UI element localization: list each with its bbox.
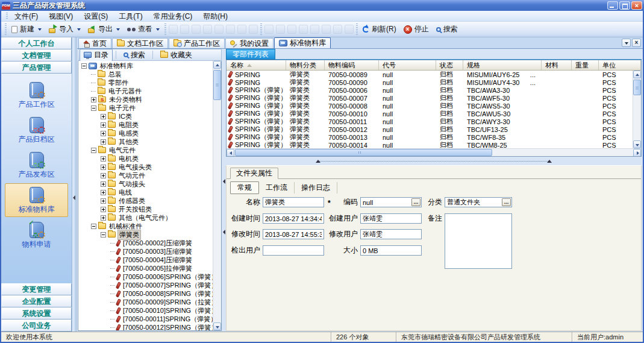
tab-list-dropdown-button[interactable]	[622, 39, 631, 47]
tree-item[interactable]: 电子元件	[78, 104, 213, 112]
sidebar-section-header[interactable]: 系统设置	[1, 307, 72, 319]
tree-item[interactable]: 零部件	[78, 78, 213, 87]
column-header-单位[interactable]: 单位	[599, 60, 641, 70]
tab-标准物料库[interactable]: 标准物料库	[274, 37, 331, 48]
tree-item[interactable]: 电气接头类	[78, 163, 213, 171]
column-header-物料编码[interactable]: 物料编码	[325, 60, 379, 70]
minimize-button[interactable]	[607, 1, 618, 10]
tab-我的设置[interactable]: 我的设置	[225, 38, 274, 48]
sidebar-item-产品归档区[interactable]: 产品归档区	[5, 113, 68, 147]
tree-item[interactable]: [70050-00008]SPRING（弹簧）	[78, 289, 213, 298]
export-button[interactable]: 导出	[84, 23, 123, 36]
import-button[interactable]: 导入	[45, 23, 84, 36]
column-header-名称[interactable]: 名称	[227, 60, 286, 70]
tree-scrollbar[interactable]	[213, 61, 221, 330]
sidebar-section-header[interactable]: 文档管理	[1, 49, 72, 61]
scroll-right-icon[interactable]	[633, 149, 641, 157]
tree-item[interactable]: 其他类	[78, 137, 213, 146]
tree-item[interactable]: [70050-00002]压缩弹簧	[78, 239, 213, 247]
tree-expand-icon[interactable]	[101, 173, 106, 178]
column-header-状态[interactable]: 状态	[436, 60, 463, 70]
tree-expand-icon[interactable]	[101, 215, 106, 221]
tab-文档工作区[interactable]: 文档工作区	[112, 38, 168, 48]
tree-expand-icon[interactable]	[101, 156, 106, 162]
size-field[interactable]	[360, 245, 422, 256]
sidebar-item-产品工作区[interactable]: 产品工作区	[5, 78, 68, 112]
tree-item[interactable]: [70050-00005]拉伸弹簧	[78, 264, 213, 272]
tab-首页[interactable]: 首页	[78, 38, 111, 48]
view-button[interactable]: 查看	[123, 23, 163, 36]
tree-item[interactable]: [70050-00010]SPRING（弹簧）	[78, 306, 213, 315]
tree-item[interactable]: 电感类	[78, 129, 213, 137]
scroll-left-icon[interactable]	[227, 149, 234, 157]
tree-toolbar-搜索-button[interactable]: 搜索	[119, 49, 149, 61]
sidebar-section-header[interactable]: 变更管理	[1, 283, 72, 295]
menu-item[interactable]: 帮助(H)	[198, 11, 233, 22]
tree-item[interactable]: 电阻类	[78, 121, 213, 129]
tree-item[interactable]: 传感器类	[78, 197, 213, 205]
column-header-规格[interactable]: 规格	[463, 60, 542, 70]
search-button[interactable]: 搜索	[433, 23, 461, 36]
tab-close-button[interactable]	[632, 39, 641, 47]
remark-field[interactable]	[445, 213, 512, 269]
tree-toolbar-收藏夹-button[interactable]: 收藏夹	[156, 49, 196, 61]
tree-item[interactable]: 电机类	[78, 154, 213, 163]
sidebar-section-header[interactable]: 公司业务	[1, 319, 72, 332]
name-field[interactable]	[263, 197, 324, 207]
tree-item[interactable]: 气动接头	[78, 180, 213, 188]
sidebar-splitter[interactable]	[72, 37, 77, 332]
tree-expand-icon[interactable]	[101, 131, 106, 136]
tree-collapse-icon[interactable]	[81, 63, 87, 69]
table-hscrollbar[interactable]	[227, 148, 641, 156]
tree-expand-icon[interactable]	[101, 198, 106, 204]
tree-item[interactable]: [70050-00006]SPRING（弹簧）	[78, 272, 213, 281]
scroll-down-icon[interactable]	[213, 323, 221, 330]
tree-expand-icon[interactable]	[101, 190, 106, 195]
sidebar-section-header[interactable]: 产品管理	[1, 61, 72, 74]
tab-folder-properties[interactable]: 文件夹属性	[230, 168, 278, 179]
column-header-物料分类[interactable]: 物料分类	[286, 60, 325, 70]
modified-time-field[interactable]	[263, 229, 324, 239]
tree-item[interactable]: 开关按钮类	[78, 205, 213, 213]
tree-collapse-icon[interactable]	[101, 232, 106, 238]
tree-item[interactable]: IC类	[78, 112, 213, 121]
menu-item[interactable]: 常用业务(C)	[148, 11, 198, 22]
tree-item[interactable]: [70050-00012]SPRING（弹簧）	[78, 323, 213, 330]
tab-产品工作区[interactable]: 产品工作区	[169, 38, 225, 48]
subtab-常规[interactable]: 常规	[230, 181, 259, 194]
table-vscrollbar[interactable]	[633, 71, 641, 148]
refresh-button[interactable]: 刷新(R)	[359, 23, 400, 36]
tree-item[interactable]: [70050-00007]SPRING（弹簧）	[78, 281, 213, 289]
modified-user-field[interactable]	[360, 229, 422, 239]
tree-expand-icon[interactable]	[101, 114, 106, 119]
sidebar-item-产品发布区[interactable]: 产品发布区	[5, 148, 68, 182]
category-more-button[interactable]: ...	[502, 198, 511, 206]
scroll-up-icon[interactable]	[213, 61, 221, 69]
tree-toolbar-目录-button[interactable]: 目录	[80, 49, 113, 61]
stop-button[interactable]: 停止	[400, 23, 433, 36]
close-button[interactable]	[631, 1, 642, 10]
tree-item[interactable]: [70050-00004]压缩弹簧	[78, 256, 213, 264]
subtab-工作流[interactable]: 工作流	[259, 182, 295, 194]
tree-collapse-icon[interactable]	[91, 224, 96, 229]
tree-item[interactable]: 标准物料库	[78, 61, 213, 70]
tree-item[interactable]: 其他（电气元件）	[78, 213, 213, 222]
tree-expand-icon[interactable]	[101, 207, 106, 212]
tree-item[interactable]: [70050-00003]压缩弹簧	[78, 247, 213, 256]
table-hscroll-thumb[interactable]	[235, 149, 492, 156]
table-scroll-thumb[interactable]	[633, 80, 641, 95]
tree-item[interactable]: 电线	[78, 188, 213, 197]
tree-item[interactable]: 未分类物料	[78, 95, 213, 104]
tree-expand-icon[interactable]	[101, 165, 106, 170]
tree-item[interactable]: 电子元器件	[78, 87, 213, 95]
tree-item[interactable]: 电气元件	[78, 146, 213, 154]
tree-item[interactable]: 总装	[78, 70, 213, 78]
menu-item[interactable]: 工具(T)	[113, 11, 148, 22]
column-header-材料[interactable]: 材料	[542, 60, 572, 70]
panel-splitter[interactable]	[226, 159, 642, 165]
column-header-代号[interactable]: 代号	[379, 60, 436, 70]
menu-item[interactable]: 设置(S)	[78, 11, 113, 22]
tree-item[interactable]: [70050-00011]SPRING（弹簧）	[78, 315, 213, 323]
sidebar-section-header[interactable]: 企业配置	[1, 295, 72, 307]
checkout-user-field[interactable]	[263, 245, 324, 256]
